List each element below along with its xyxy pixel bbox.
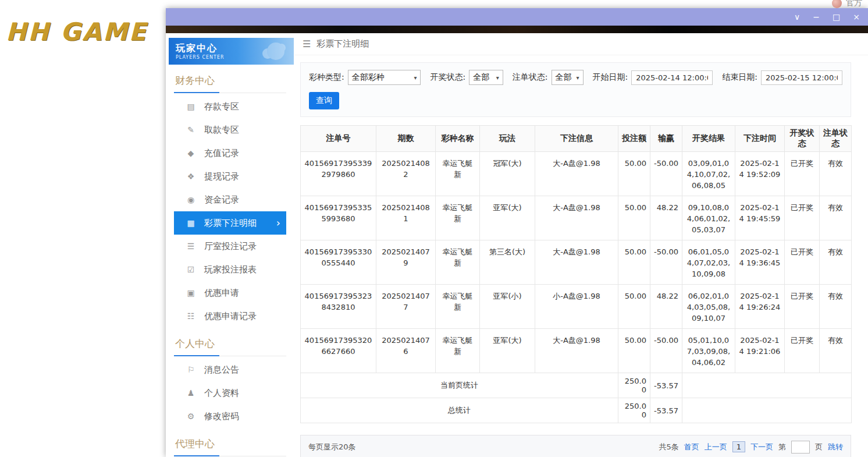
hamburger-icon[interactable]: ☰ [303,38,311,49]
lottery-type-select[interactable]: 全部彩种 ▾ [348,70,421,85]
sidebar-item-change-password[interactable]: ⚙ 修改密码 [174,405,286,428]
table-cell: 20250214079 [376,240,436,285]
summary-row-current-page: 当前页统计 250.00 -53.57 [301,373,852,398]
jump-button[interactable]: 跳转 [828,442,843,452]
table-cell: 2025-02-14 19:45:59 [735,196,785,240]
sidebar-item-deposit-zone[interactable]: ▤ 存款专区 [174,95,286,118]
sidebar-item-promo-apply-records[interactable]: ☷ 优惠申请记录 [174,304,286,328]
table-cell: 亚军(小) [480,285,535,329]
cashout-record-icon: ❖ [186,172,196,181]
window-minimize-button[interactable]: − [813,13,820,21]
official-link[interactable]: 官方 [846,0,862,8]
sidebar-item-lottery-bet-details[interactable]: ▦ 彩票下注明细 › [174,211,286,235]
sidebar-item-announcements[interactable]: ⚐ 消息公告 [174,358,286,381]
table-cell: 大-A盘@1.98 [535,152,618,196]
pagination-controls: 共5条 首页 上一页 1 下一页 第 页 跳转 [659,441,843,454]
bet-table: 注单号 期数 彩种名称 玩法 下注信息 投注额 输赢 开奖结果 下注时间 开奖状… [300,125,852,423]
table-cell: 已开奖 [785,240,820,285]
summary-bet-total: 250.00 [618,398,650,423]
window-titlebar: ∨ − □ × [166,8,868,26]
summary-empty-cell [682,398,852,423]
sidebar-item-label: 优惠申请 [204,288,239,299]
table-cell: 2025-02-14 19:21:06 [735,329,785,373]
banner-strip [166,26,868,33]
end-date-input[interactable] [761,70,842,85]
draw-status-select[interactable]: 全部 ▾ [469,70,503,85]
withdraw-icon: ✎ [186,125,196,134]
first-page-link[interactable]: 首页 [684,442,699,452]
table-cell: 已开奖 [785,285,820,329]
start-date-input[interactable] [631,70,713,85]
table-cell: 幸运飞艇新 [436,196,480,240]
column-header: 开奖结果 [682,126,735,152]
table-cell: -50.00 [650,152,682,196]
table-cell: 09,10,08,04,06,01,02,05,03,07 [682,196,735,240]
table-cell: -50.00 [650,329,682,373]
table-cell: 有效 [820,196,852,240]
gear-icon: ⚙ [186,412,196,421]
summary-winloss-total: -53.57 [650,373,682,398]
window-close-button[interactable]: × [853,13,860,21]
window-maximize-button[interactable]: □ [833,13,840,21]
table-cell: 401569173953355993680 [301,196,376,240]
draw-status-label: 开奖状态: [430,72,465,83]
table-cell: 20250214082 [376,152,436,196]
sidebar-item-label: 资金记录 [204,194,239,206]
table-cell: 幸运飞艇新 [436,285,480,329]
sidebar-item-hall-bet-records[interactable]: ☰ 厅室投注记录 [174,235,286,258]
sidebar-item-recharge-records[interactable]: ◆ 充值记录 [174,141,286,165]
column-header: 下注时间 [735,126,785,152]
column-header: 投注额 [618,126,650,152]
column-header: 玩法 [480,126,535,152]
sidebar-item-label: 厅室投注记录 [204,241,257,252]
table-cell: 20250214077 [376,285,436,329]
summary-winloss-total: -53.57 [650,398,682,423]
table-cell: 50.00 [618,329,650,373]
sidebar-item-cashout-records[interactable]: ❖ 提现记录 [174,165,286,188]
deposit-icon: ▤ [186,102,196,111]
page-header: ☰ 彩票下注明细 [294,33,868,55]
summary-row-grand-total: 总统计 250.00 -53.57 [301,398,852,423]
player-report-icon: ☑ [186,265,196,274]
current-page-indicator[interactable]: 1 [732,441,745,452]
sidebar: 玩家中心 PLAYERS CENTER 财务中心 ▤ 存款专区 ✎ 取款专区 ◆… [166,33,294,457]
table-cell: 50.00 [618,196,650,240]
table-cell: 有效 [820,152,852,196]
table-cell: 05,01,10,07,03,09,08,04,06,02 [682,329,735,373]
next-page-link[interactable]: 下一页 [750,442,773,452]
filter-panel: 彩种类型: 全部彩种 ▾ 开奖状态: 全部 ▾ 注单状态: 全部 ▾ [300,62,851,117]
table-cell: 401569173953300555440 [301,240,376,285]
summary-label: 当前页统计 [301,373,618,398]
column-header: 期数 [376,126,436,152]
players-center-title: 玩家中心 [176,42,225,55]
sidebar-item-funds-records[interactable]: ◉ 资金记录 [174,188,286,211]
table-cell: 已开奖 [785,152,820,196]
globe-icon[interactable] [832,0,842,8]
table-row: 401569173953238432810 20250214077 幸运飞艇新 … [301,285,852,329]
prev-page-link[interactable]: 上一页 [705,442,727,452]
window-roll-button[interactable]: ∨ [794,13,800,21]
total-count-text: 共5条 [659,442,678,452]
order-status-select[interactable]: 全部 ▾ [552,70,584,85]
query-button[interactable]: 查询 [309,92,339,109]
chevron-right-icon: › [276,218,280,228]
page-jump-input[interactable] [791,441,810,454]
table-cell: 已开奖 [785,196,820,240]
players-center-text: 玩家中心 PLAYERS CENTER [176,42,225,60]
table-cell: 冠军(大) [480,152,535,196]
table-cell: 48.22 [650,285,682,329]
page-size-text: 每页显示20条 [308,442,356,452]
sidebar-item-withdraw-zone[interactable]: ✎ 取款专区 [174,118,286,141]
top-right-bar: 官方 [832,0,862,8]
sidebar-item-profile[interactable]: ♟ 个人资料 [174,381,286,405]
draw-status-value: 全部 [473,72,489,83]
order-status-value: 全部 [556,72,572,83]
column-header: 注单状态 [820,126,852,152]
sidebar-item-player-bet-report[interactable]: ☑ 玩家投注报表 [174,258,286,281]
table-cell: 50.00 [618,240,650,285]
table-row: 401569173953300555440 20250214079 幸运飞艇新 … [301,240,852,285]
sidebar-item-promo-apply[interactable]: ▣ 优惠申请 [174,281,286,304]
summary-empty-cell [682,373,852,398]
sidebar-item-label: 存款专区 [204,101,239,112]
table-row: 401569173953355993680 20250214081 幸运飞艇新 … [301,196,852,240]
